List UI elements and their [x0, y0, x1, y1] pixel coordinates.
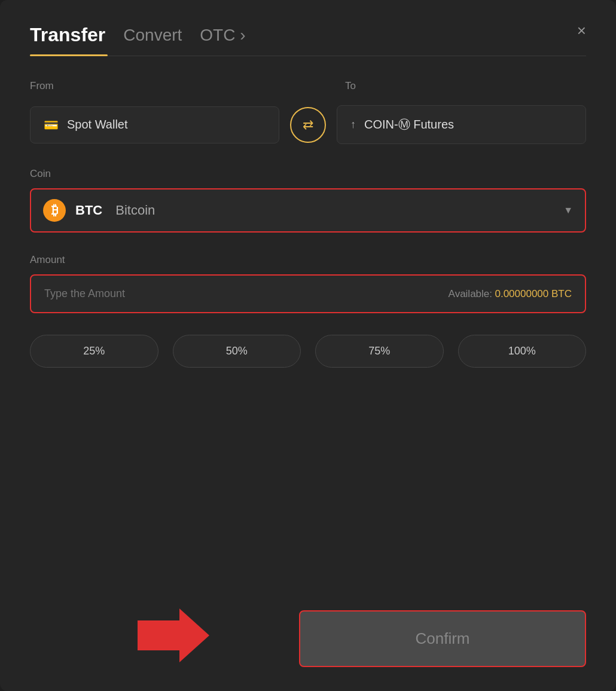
coin-symbol: BTC	[75, 203, 102, 218]
amount-input-container[interactable]: Available: 0.00000000 BTC	[30, 274, 586, 313]
available-label: Available:	[449, 288, 492, 299]
from-wallet-label: Spot Wallet	[67, 118, 128, 132]
active-tab-line	[30, 54, 108, 56]
amount-input[interactable]	[44, 288, 164, 300]
swap-spacer	[279, 80, 337, 100]
coin-label: Coin	[30, 168, 586, 180]
from-label: From	[30, 80, 271, 92]
arrow-indicator	[138, 609, 209, 669]
tab-underline	[30, 56, 586, 56]
percent-50-button[interactable]: 50%	[173, 335, 301, 368]
percent-row: 25% 50% 75% 100%	[30, 335, 586, 368]
available-display: Available: 0.00000000 BTC	[449, 288, 572, 300]
close-button[interactable]: ×	[577, 23, 586, 38]
tab-transfer[interactable]: Transfer	[30, 24, 105, 46]
tab-convert[interactable]: Convert	[123, 26, 182, 45]
to-wallet-label: COIN-Ⓜ Futures	[364, 117, 454, 133]
from-label-container: From	[30, 80, 271, 100]
modal-header: Transfer Convert OTC › ×	[30, 24, 586, 46]
confirm-button[interactable]: Confirm	[299, 610, 586, 667]
from-wallet-selector[interactable]: 💳 Spot Wallet	[30, 106, 279, 143]
coin-selector[interactable]: ₿ BTC Bitcoin ▼	[30, 188, 586, 233]
from-to-row: 💳 Spot Wallet ⇄ ↑ COIN-Ⓜ Futures	[30, 105, 586, 144]
percent-75-button[interactable]: 75%	[315, 335, 444, 368]
from-to-labels: From To	[30, 80, 586, 100]
percent-25-button[interactable]: 25%	[30, 335, 158, 368]
confirm-row: Confirm	[30, 610, 586, 667]
swap-icon: ⇄	[303, 117, 313, 133]
from-wallet-icon: 💳	[44, 118, 59, 132]
to-wallet-selector[interactable]: ↑ COIN-Ⓜ Futures	[337, 105, 586, 144]
svg-marker-0	[138, 609, 209, 662]
swap-button[interactable]: ⇄	[290, 107, 326, 143]
available-value: 0.00000000 BTC	[495, 288, 572, 299]
to-label: To	[345, 80, 586, 92]
transfer-modal: Transfer Convert OTC › × From To 💳 Spot …	[0, 0, 616, 691]
tab-otc[interactable]: OTC ›	[200, 26, 245, 45]
to-wallet-icon: ↑	[350, 118, 356, 131]
amount-section: Amount Available: 0.00000000 BTC	[30, 254, 586, 313]
btc-icon: ₿	[43, 199, 66, 222]
to-label-container: To	[345, 80, 586, 100]
percent-100-button[interactable]: 100%	[458, 335, 587, 368]
dropdown-arrow-icon: ▼	[563, 205, 573, 216]
coin-fullname: Bitcoin	[115, 203, 155, 218]
amount-label: Amount	[30, 254, 586, 266]
coin-section: Coin ₿ BTC Bitcoin ▼	[30, 168, 586, 233]
